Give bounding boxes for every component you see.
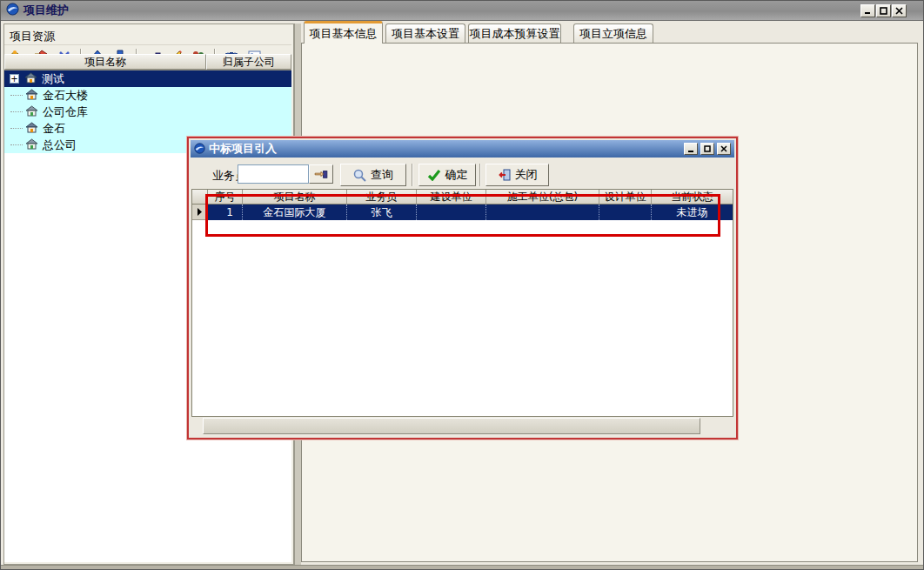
salesman-lookup-button[interactable] [309, 164, 333, 184]
window-titlebar: 项目维护 [1, 1, 924, 21]
toolbar-separator [412, 164, 413, 186]
row-arrow-icon [197, 208, 203, 216]
window-title: 项目维护 [23, 3, 69, 18]
house-icon [25, 105, 38, 119]
expand-icon[interactable]: + [10, 74, 19, 84]
house-icon [25, 89, 38, 103]
app-window: 项目维护 项目资源 项目名称 归属子公司 + 测试 金石大楼 [0, 0, 924, 570]
dialog-title: 中标项目引入 [209, 141, 277, 157]
tree-column-project-name[interactable]: 项目名称 [4, 54, 206, 70]
annotation-highlight-rect [205, 194, 720, 237]
tree-item-jinshi[interactable]: 金石 [4, 120, 291, 137]
tab-cost-budget-settings[interactable]: 项目成本预算设置 [468, 23, 561, 44]
tree-connector [10, 144, 23, 145]
salesman-input[interactable] [238, 164, 309, 184]
dialog-close-button[interactable] [717, 143, 731, 155]
winning-project-import-dialog: 中标项目引入 业务员 查询 确定 关闭 序号 项目名 [187, 137, 738, 439]
dialog-minimize-button[interactable] [684, 143, 698, 155]
minimize-button[interactable] [860, 4, 875, 17]
dialog-titlebar[interactable]: 中标项目引入 [191, 140, 734, 158]
dialog-close-action-button[interactable]: 关闭 [485, 164, 549, 186]
hand-point-icon [314, 169, 328, 179]
scrollbar-thumb[interactable] [203, 418, 700, 434]
search-icon [353, 169, 366, 182]
tab-project-basic-info[interactable]: 项目基本信息 [304, 21, 383, 44]
house-icon [24, 72, 37, 86]
toolbar-separator [479, 164, 481, 186]
maximize-button[interactable] [876, 4, 891, 17]
check-icon [427, 169, 441, 181]
left-panel-title: 项目资源 [4, 25, 291, 44]
house-icon [25, 122, 38, 136]
tree-connector [10, 95, 23, 96]
window-bottom-frame [1, 565, 924, 570]
confirm-button[interactable]: 确定 [418, 164, 476, 186]
dialog-hscrollbar[interactable] [191, 417, 733, 436]
tree-item-label: 金石大楼 [43, 88, 88, 104]
tree-connector [10, 128, 23, 129]
dialog-maximize-button[interactable] [700, 143, 714, 155]
exit-door-icon [498, 169, 511, 181]
dialog-icon [194, 141, 205, 158]
tree-connector [10, 111, 23, 112]
close-button[interactable] [892, 4, 907, 17]
house-icon [25, 138, 38, 152]
tab-project-basic-settings[interactable]: 项目基本设置 [385, 23, 465, 44]
tab-project-approval-info[interactable]: 项目立项信息 [573, 23, 653, 44]
tree-column-subcompany[interactable]: 归属子公司 [206, 54, 291, 70]
tree-item-label: 公司仓库 [43, 104, 88, 120]
tree-item-label: 总公司 [43, 137, 77, 153]
tree-item-ceshi[interactable]: + 测试 [4, 70, 291, 87]
tree-item-label: 金石 [43, 121, 65, 137]
tree-item-gongsicangku[interactable]: 公司仓库 [4, 104, 291, 120]
tree-item-jinshidalou[interactable]: 金石大楼 [4, 87, 291, 104]
query-button[interactable]: 查询 [340, 164, 406, 186]
app-icon [6, 3, 19, 19]
tree-item-label: 测试 [42, 71, 64, 87]
